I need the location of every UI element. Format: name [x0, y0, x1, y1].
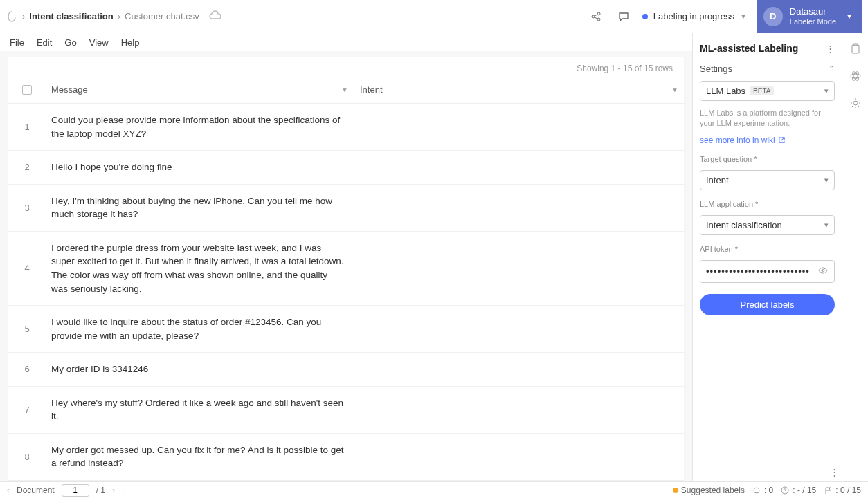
- row-number: 8: [8, 434, 46, 480]
- cell-message[interactable]: I ordered the purple dress from your web…: [46, 232, 354, 305]
- breadcrumb: › Intent classification › Customer chat.…: [6, 10, 221, 23]
- table-row[interactable]: 2Hello I hope you're doing fine: [8, 151, 684, 185]
- user-name: Datasaur: [790, 6, 836, 17]
- user-role: Labeler Mode: [790, 17, 836, 26]
- ml-assisted-panel: ML-assisted Labeling ⋮ Settings ⌃ LLM La…: [692, 33, 842, 481]
- cell-message[interactable]: Hey where's my stuff? Ordered it like a …: [46, 387, 354, 433]
- row-number: 2: [8, 151, 46, 184]
- counter-3: : 0 / 15: [823, 486, 861, 495]
- menu-edit[interactable]: Edit: [31, 36, 57, 49]
- cell-intent[interactable]: [354, 185, 684, 231]
- column-label: Intent: [360, 84, 383, 95]
- atom-icon[interactable]: [849, 70, 862, 84]
- counter-1: : 0: [752, 486, 773, 495]
- menu-help[interactable]: Help: [116, 36, 145, 49]
- table-row[interactable]: 8My order got messed up. Can you fix it …: [8, 434, 684, 481]
- cell-intent[interactable]: [354, 232, 684, 305]
- suggested-labels[interactable]: Suggested labels: [673, 486, 745, 495]
- svg-rect-4: [852, 45, 859, 53]
- svg-point-0: [592, 15, 595, 18]
- prev-page-icon[interactable]: ‹: [7, 486, 10, 495]
- next-page-icon[interactable]: ›: [112, 486, 115, 495]
- cell-message[interactable]: Hey, I'm thinking about buying the new i…: [46, 185, 354, 231]
- cell-intent[interactable]: [354, 104, 684, 150]
- cell-intent[interactable]: [354, 387, 684, 433]
- cell-message[interactable]: My order ID is 3341246: [46, 353, 354, 386]
- status-label: Labeling in progress: [653, 11, 734, 21]
- warning-dot-icon: [673, 488, 678, 493]
- clipboard-icon[interactable]: [849, 43, 862, 57]
- column-header-message[interactable]: Message ▼: [46, 76, 354, 103]
- row-number: 6: [8, 353, 46, 386]
- menubar: File Edit Go View Help: [0, 33, 692, 51]
- api-token-input[interactable]: •••••••••••••••••••••••••••: [700, 260, 835, 283]
- cell-intent[interactable]: [354, 306, 684, 352]
- panel-title: ML-assisted Labeling: [700, 43, 798, 54]
- chevron-down-icon: ▼: [341, 86, 348, 93]
- chevron-down-icon: ▾: [824, 86, 829, 95]
- row-count: Showing 1 - 15 of 15 rows: [8, 57, 684, 76]
- breadcrumb-file[interactable]: Customer chat.csv: [125, 11, 199, 21]
- row-number: 5: [8, 306, 46, 352]
- content-area: File Edit Go View Help Showing 1 - 15 of…: [0, 33, 692, 481]
- cell-message[interactable]: My order got messed up. Can you fix it f…: [46, 434, 354, 480]
- svg-point-6: [851, 74, 860, 78]
- target-question-select[interactable]: Intent ▾: [700, 170, 835, 190]
- llm-app-select[interactable]: Intent classification ▾: [700, 215, 835, 235]
- chevron-down-icon: ▼: [740, 12, 747, 20]
- more-vert-icon[interactable]: ⋮: [830, 467, 839, 477]
- token-value: •••••••••••••••••••••••••••: [706, 266, 817, 277]
- menu-view[interactable]: View: [84, 36, 114, 49]
- row-number: 1: [8, 104, 46, 150]
- gear-icon[interactable]: [849, 97, 862, 111]
- chevron-down-icon: ▼: [671, 86, 678, 93]
- link-label: see more info in wiki: [700, 136, 775, 145]
- labeling-status[interactable]: Labeling in progress ▼: [642, 11, 747, 21]
- more-vert-icon[interactable]: ⋮: [826, 44, 835, 54]
- avatar: D: [763, 7, 783, 26]
- target-question-label: Target question *: [700, 155, 835, 163]
- select-all-checkbox[interactable]: [8, 76, 46, 103]
- table-row[interactable]: 5I would like to inquire about the statu…: [8, 306, 684, 353]
- breadcrumb-project[interactable]: Intent classification: [29, 11, 113, 21]
- menu-file[interactable]: File: [4, 36, 30, 49]
- share-icon[interactable]: [587, 8, 605, 26]
- user-menu[interactable]: D Datasaur Labeler Mode ▼: [757, 0, 862, 33]
- chevron-down-icon: ▾: [824, 221, 829, 230]
- chevron-down-icon: ▾: [824, 176, 829, 185]
- menu-go[interactable]: Go: [59, 36, 82, 49]
- cell-message[interactable]: Could you please provide more informatio…: [46, 104, 354, 150]
- topbar-actions: Labeling in progress ▼ D Datasaur Labele…: [587, 0, 862, 33]
- column-header-intent[interactable]: Intent ▼: [354, 76, 684, 103]
- wiki-link[interactable]: see more info in wiki: [700, 136, 835, 145]
- svg-point-1: [597, 12, 600, 15]
- table-row[interactable]: 3Hey, I'm thinking about buying the new …: [8, 185, 684, 232]
- table-row[interactable]: 4I ordered the purple dress from your we…: [8, 232, 684, 306]
- svg-point-2: [597, 18, 600, 21]
- settings-section-header[interactable]: Settings ⌃: [700, 64, 835, 74]
- status-dot-icon: [642, 14, 648, 19]
- table-row[interactable]: 1Could you please provide more informati…: [8, 104, 684, 151]
- eye-off-icon[interactable]: [817, 265, 829, 278]
- breadcrumb-sep: ›: [118, 11, 120, 21]
- suggested-label: Suggested labels: [681, 486, 745, 495]
- table-body: 1Could you please provide more informati…: [8, 104, 684, 481]
- cell-message[interactable]: Hello I hope you're doing fine: [46, 151, 354, 184]
- comment-icon[interactable]: [615, 8, 633, 26]
- cell-intent[interactable]: [354, 353, 684, 386]
- cell-intent[interactable]: [354, 151, 684, 184]
- count: : - / 15: [793, 486, 816, 495]
- cell-intent[interactable]: [354, 434, 684, 480]
- provider-select[interactable]: LLM Labs BETA ▾: [700, 81, 835, 101]
- table-row[interactable]: 6My order ID is 3341246: [8, 353, 684, 387]
- chevron-down-icon: ▼: [846, 12, 853, 20]
- table-row[interactable]: 7Hey where's my stuff? Ordered it like a…: [8, 387, 684, 434]
- provider-description: LLM Labs is a platform designed for your…: [700, 108, 835, 129]
- user-info: Datasaur Labeler Mode: [790, 6, 836, 26]
- cell-message[interactable]: I would like to inquire about the status…: [46, 306, 354, 352]
- predict-labels-button[interactable]: Predict labels: [700, 294, 835, 315]
- page-input[interactable]: [62, 484, 89, 497]
- app-logo-icon[interactable]: [6, 10, 18, 23]
- chevron-up-icon: ⌃: [829, 64, 835, 73]
- page-total: / 1: [96, 486, 105, 495]
